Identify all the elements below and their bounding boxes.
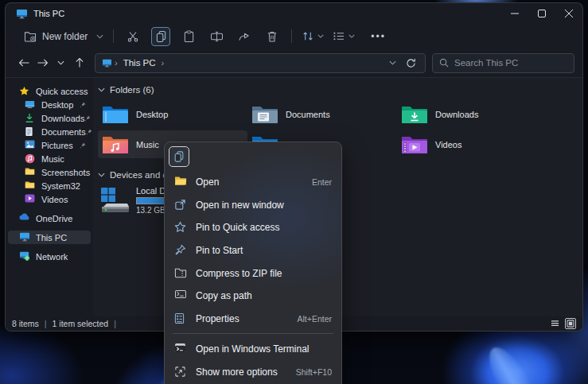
window-title: This PC: [33, 9, 64, 18]
open-folder-icon: [174, 176, 187, 188]
delete-button[interactable]: [263, 27, 282, 46]
rename-button[interactable]: [207, 27, 226, 46]
chevron-down-icon: [96, 34, 103, 39]
large-icons-view-button[interactable]: [565, 318, 576, 329]
sidebar-item-documents[interactable]: Documents: [8, 125, 91, 138]
address-dropdown-chevron[interactable]: [384, 54, 402, 72]
sidebar-item-label: Downloads: [41, 114, 84, 123]
menu-item-open-in-windows-terminal[interactable]: Open in Windows Terminal: [168, 337, 338, 360]
menu-item-open[interactable]: Open Enter: [168, 171, 338, 194]
pin-icon: [84, 115, 91, 122]
menu-shortcut: Enter: [312, 177, 332, 187]
documents-folder-icon: [251, 103, 278, 126]
menu-separator: [173, 333, 333, 334]
paste-button[interactable]: [179, 27, 198, 46]
folder-icon: [25, 167, 36, 178]
refresh-icon[interactable]: [402, 54, 420, 72]
menu-item-pin-to-start[interactable]: Pin to Start: [168, 239, 338, 262]
this-pc-icon: [102, 59, 112, 68]
sidebar-item-label: OneDrive: [36, 214, 72, 223]
sidebar-item-this-pc[interactable]: This PC: [8, 231, 91, 244]
address-bar[interactable]: › This PC ›: [95, 53, 426, 73]
forward-button[interactable]: [33, 54, 52, 72]
videos-folder-icon: [401, 134, 428, 156]
section-label: Folders (6): [110, 85, 154, 95]
more-options-button[interactable]: •••: [371, 31, 386, 42]
minimize-button[interactable]: [501, 3, 528, 24]
folder-tile-desktop[interactable]: Desktop: [98, 100, 247, 128]
new-folder-label: New folder: [42, 31, 88, 42]
maximize-button[interactable]: [528, 3, 555, 24]
onedrive-cloud-icon: [19, 213, 30, 224]
properties-icon: [174, 312, 187, 325]
sidebar-item-onedrive[interactable]: OneDrive: [8, 211, 91, 225]
sidebar-item-label: Videos: [41, 195, 68, 204]
music-icon: [25, 153, 36, 165]
close-button[interactable]: [555, 3, 582, 24]
sidebar-item-label: Quick access: [36, 87, 88, 96]
view-button[interactable]: [333, 27, 355, 46]
folders-section-header[interactable]: Folders (6): [98, 83, 582, 96]
pin-icon: [80, 142, 86, 149]
share-button[interactable]: [235, 27, 254, 46]
sidebar-item-videos[interactable]: Videos: [8, 192, 91, 206]
sort-button[interactable]: [302, 27, 324, 46]
menu-item-show-more-options[interactable]: Show more options Shift+F10: [168, 360, 338, 384]
sidebar-item-label: Music: [41, 154, 64, 164]
sidebar-item-label: Screenshots: [41, 168, 90, 177]
sidebar-item-label: Network: [36, 252, 68, 262]
sidebar-item-desktop[interactable]: Desktop: [8, 98, 91, 111]
menu-item-compress-to-zip[interactable]: Compress to ZIP file: [168, 262, 338, 285]
star-icon: [19, 86, 30, 97]
folder-icon: [25, 180, 36, 192]
toolbar-divider: [113, 29, 114, 43]
new-folder-button[interactable]: New folder: [24, 27, 103, 46]
copy-button[interactable]: [151, 27, 170, 46]
folder-tile-downloads[interactable]: Downloads: [397, 100, 547, 128]
search-box[interactable]: [432, 53, 574, 73]
chevron-down-icon: [317, 34, 324, 38]
sidebar-item-system32[interactable]: System32: [8, 179, 91, 192]
pin-icon: [174, 244, 187, 257]
copy-as-path-icon: [174, 289, 187, 302]
menu-item-open-in-new-window[interactable]: Open in new window: [168, 194, 338, 217]
this-pc-icon: [19, 232, 30, 243]
sidebar-item-screenshots[interactable]: Screenshots: [8, 165, 91, 179]
folder-tile-documents[interactable]: Documents: [247, 100, 397, 128]
title-bar[interactable]: This PC: [6, 3, 582, 24]
sidebar-item-network[interactable]: Network: [8, 250, 91, 263]
menu-item-copy-as-path[interactable]: Copy as path: [168, 285, 338, 308]
copy-button[interactable]: [169, 146, 189, 167]
command-bar: New folder: [6, 24, 582, 48]
toolbar-divider: [291, 29, 292, 43]
folder-tile-videos[interactable]: Videos: [397, 130, 547, 158]
downloads-folder-icon: [401, 103, 428, 126]
menu-item-properties[interactable]: Properties Alt+Enter: [168, 308, 338, 331]
search-input[interactable]: [454, 58, 567, 68]
details-view-button[interactable]: [549, 318, 561, 329]
back-button[interactable]: [15, 54, 33, 72]
menu-shortcut: Shift+F10: [296, 367, 332, 377]
chevron-down-icon: [349, 34, 355, 38]
folder-name: Downloads: [435, 110, 478, 119]
chevron-down-icon: [98, 173, 105, 177]
menu-item-pin-to-quick-access[interactable]: Pin to Quick access: [168, 216, 338, 239]
search-icon: [439, 58, 449, 68]
breadcrumb-location[interactable]: This PC: [123, 58, 156, 68]
context-menu: Open Enter Open in new window Pin to Qui…: [164, 142, 342, 384]
recent-locations-chevron[interactable]: [52, 54, 70, 72]
pin-icon: [80, 102, 86, 108]
sidebar-item-pictures[interactable]: Pictures: [8, 138, 91, 152]
new-folder-icon: [24, 31, 37, 42]
up-button[interactable]: [70, 54, 88, 72]
sidebar-item-downloads[interactable]: Downloads: [8, 111, 91, 125]
sidebar-item-label: Documents: [41, 127, 86, 137]
items-count: 8 items: [12, 319, 39, 328]
sidebar-item-quick-access[interactable]: Quick access: [8, 84, 91, 98]
chevron-down-icon: [98, 87, 105, 92]
wallpaper-petal: [480, 340, 555, 384]
sidebar-item-label: This PC: [36, 233, 67, 242]
sidebar-item-music[interactable]: Music: [8, 152, 91, 165]
local-disk-icon: [99, 186, 131, 215]
cut-button[interactable]: [123, 27, 142, 46]
